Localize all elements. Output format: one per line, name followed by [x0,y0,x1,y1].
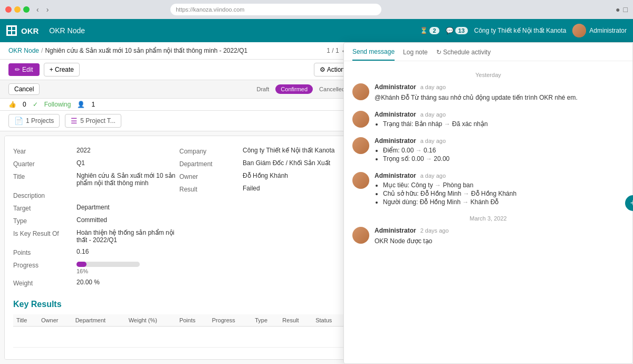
company-value: Công ty Thiết kế Nội thất Kanota [243,147,346,154]
progress-container: 16% [76,262,140,274]
progress-label: Progress [13,261,76,269]
cancel-button[interactable]: Cancel [8,83,40,95]
type-value: Committed [76,216,179,224]
overlay-tab-send[interactable]: Send message [352,48,395,61]
weight-label: Weight [13,279,76,287]
edit-label: Edit [22,66,33,73]
title-label: Title [13,172,76,180]
project-tasks-button[interactable]: ☰ 5 Project T... [65,114,121,128]
avatar [352,137,369,154]
quarter-value: Q1 [76,159,179,167]
close-dot[interactable] [5,6,12,13]
user-info: Administrator [572,24,627,37]
title-field: Title Nghiên cứu & Sản xuất mới 10 sản p… [13,172,179,187]
tab-confirmed[interactable]: Confirmed [275,84,313,94]
message-text: @Khánh Đỗ Từ tháng sau nhớ chủ động upda… [375,93,624,102]
maximize-dot[interactable] [23,6,30,13]
weight-value: 20.00 % [76,279,179,286]
page-info: 1 / 1 [327,47,339,54]
nav-title: OKR Node [49,26,85,35]
kr-col-progress: Progress [209,314,252,327]
message-author: Administrator [375,137,416,145]
message-list: Điểm: 0.00 → 0.16 Trọng số: 0.00 → 20.00 [375,147,624,162]
company-label: Company [179,147,243,155]
breadcrumb-parent[interactable]: OKR Node [8,47,39,54]
message-author: Administrator [375,83,416,91]
year-label: Year [13,147,76,155]
target-field: Target Department [13,204,179,212]
message-header: Administrator a day ago [375,137,624,145]
form-left-section: Year 2022 Quarter Q1 Title Nghiên cứu & … [13,145,179,293]
overlay-tabs: Send message Log note ↻ Schedule activit… [344,43,632,61]
minimize-dot[interactable] [14,6,21,13]
points-value: 0.16 [76,248,179,255]
kr-col-points: Points [176,314,209,327]
address-bar[interactable]: https://kanoza.viindoo.com [170,4,381,15]
title-value: Nghiên cứu & Sản xuất mới 10 sản phẩm nộ… [76,172,179,187]
is-key-result-label: Is Key Result Of [13,229,76,237]
cancel-label: Cancel [14,85,34,93]
forward-button[interactable]: › [44,4,52,15]
year-value: 2022 [76,147,179,154]
points-field: Points 0.16 [13,248,179,256]
activity-icon: ⏳ [420,27,428,34]
fullscreen-button[interactable]: □ [624,5,628,14]
project-tasks-icon: ☰ [71,117,78,125]
topbar-right: ⏳ 2 💬 13 Công ty Thiết kế Nội thất Kanot… [420,24,627,37]
follower-icon: 👤 [77,101,85,108]
message-body: Administrator a day ago Trạng thái: Bản … [375,111,624,129]
like-count: 0 [23,101,26,108]
projects-button[interactable]: 📄 1 Projects [8,114,60,128]
avatar [352,83,369,100]
breadcrumb: OKR Node / Nghiên cứu & Sản xuất mới 10 … [8,47,247,54]
list-item: Chủ sở hữu: Đỗ Hồng Minh → Đỗ Hồng Khánh [383,190,624,197]
message-body: Administrator 2 days ago OKR Node được t… [375,227,624,246]
message-body: Administrator a day ago Mục tiêu: Công t… [375,172,624,207]
date-divider-march: March 3, 2022 [352,215,624,222]
message-item: Administrator a day ago Trạng thái: Bản … [352,111,624,129]
message-time: a day ago [420,111,446,118]
following-label[interactable]: Following [44,101,71,108]
avatar [352,111,369,128]
chatter-overlay: Send message Log note ↻ Schedule activit… [343,42,633,364]
back-button[interactable]: ‹ [34,4,42,15]
message-item: Administrator a day ago Mục tiêu: Công t… [352,172,624,207]
status-tabs: Draft Confirmed Cancelled [251,84,350,94]
is-key-result-value: Hoàn thiện hệ thống sản phẩm nội thất - … [76,229,179,244]
profile-button[interactable]: ● [616,5,620,14]
weight-field: Weight 20.00 % [13,279,179,287]
message-header: Administrator 2 days ago [375,227,624,234]
edit-button[interactable]: ✏ Edit [8,63,40,76]
avatar-image [572,24,586,37]
key-results-section: Key Results Title Owner Department Weigh… [13,300,346,360]
left-panel: OKR Node / Nghiên cứu & Sản xuất mới 10 … [0,42,359,364]
activity-badge[interactable]: ⏳ 2 [420,27,439,34]
target-label: Target [13,204,76,212]
tab-draft[interactable]: Draft [251,84,274,94]
result-field: Result Failed [179,185,346,193]
breadcrumb-bar: OKR Node / Nghiên cứu & Sản xuất mới 10 … [0,42,359,60]
projects-label: 1 Projects [26,117,54,124]
overlay-tab-schedule[interactable]: ↻ Schedule activity [436,48,491,61]
create-button[interactable]: + Create [44,63,80,76]
description-field: Description [13,191,179,199]
message-badge[interactable]: 💬 13 [446,27,468,34]
app-logo: OKR [6,25,39,36]
department-field: Department Ban Giám Đốc / Khối Sản Xuất [179,159,346,168]
message-body: Administrator a day ago Điểm: 0.00 → 0.1… [375,137,624,164]
message-author: Administrator [375,172,416,179]
kr-header-row: Title Owner Department Weight (%) Points… [13,314,346,327]
owner-label: Owner [179,172,243,180]
browser-bar: ‹ › https://kanoza.viindoo.com ● □ [0,0,633,19]
message-body: Administrator a day ago @Khánh Đỗ Từ thá… [375,83,624,102]
department-label: Department [179,159,243,168]
window-controls [5,6,30,13]
avatar [352,172,369,189]
key-results-table: Title Owner Department Weight (%) Points… [13,314,346,360]
company-field: Company Công ty Thiết kế Nội thất Kanota [179,147,346,155]
message-icon: 💬 [446,27,454,34]
message-time: a day ago [420,84,446,90]
is-key-result-field: Is Key Result Of Hoàn thiện hệ thống sản… [13,229,179,244]
overlay-tab-log[interactable]: Log note [403,48,428,61]
list-item: Trạng thái: Bản nháp → Đã xác nhận [383,120,624,128]
